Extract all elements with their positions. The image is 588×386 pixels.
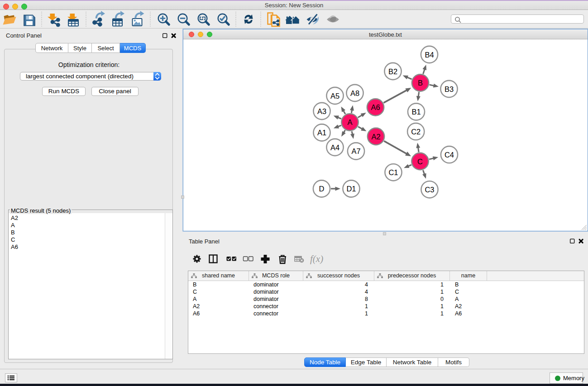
svg-text:C: C xyxy=(417,157,423,166)
svg-text:B1: B1 xyxy=(411,108,421,116)
svg-text:B2: B2 xyxy=(388,67,397,76)
svg-text:B3: B3 xyxy=(445,85,454,93)
svg-text:D: D xyxy=(319,185,325,193)
svg-text:C4: C4 xyxy=(445,151,454,159)
svg-text:A5: A5 xyxy=(330,92,339,100)
svg-text:A6: A6 xyxy=(371,103,380,111)
svg-text:A3: A3 xyxy=(317,107,326,115)
svg-text:A4: A4 xyxy=(330,143,339,152)
svg-text:C1: C1 xyxy=(388,168,398,176)
svg-text:C3: C3 xyxy=(425,186,434,194)
svg-text:A1: A1 xyxy=(317,129,326,137)
svg-text:D1: D1 xyxy=(346,185,356,193)
svg-text:f(x): f(x) xyxy=(310,253,323,264)
svg-text:A: A xyxy=(347,118,352,126)
svg-text:A2: A2 xyxy=(371,133,380,141)
svg-text:B4: B4 xyxy=(425,51,434,59)
svg-text:A8: A8 xyxy=(350,89,359,97)
svg-text:B: B xyxy=(418,79,423,87)
svg-text:C2: C2 xyxy=(411,128,421,136)
svg-text:A7: A7 xyxy=(351,147,360,155)
